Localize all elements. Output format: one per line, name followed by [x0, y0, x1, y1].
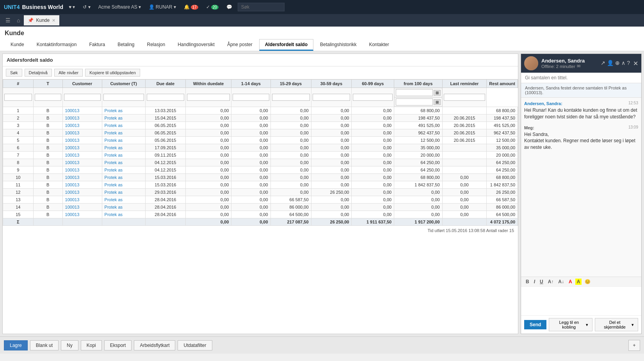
tab-aldersfordelt[interactable]: Aldersfordelt saldo — [259, 39, 313, 51]
cust-t-link[interactable]: Protek as — [105, 205, 123, 209]
filter-100[interactable] — [396, 89, 432, 96]
save-button[interactable]: Lagre — [4, 340, 28, 350]
cust-link[interactable]: 100013 — [65, 197, 80, 202]
filter-reminder[interactable] — [396, 98, 432, 105]
cust-link[interactable]: 100013 — [65, 168, 80, 172]
cust-t-link[interactable]: Protek as — [105, 190, 123, 195]
cust-link[interactable]: 100013 — [65, 212, 80, 217]
search-button[interactable]: Søk — [6, 69, 22, 77]
underline-btn[interactable]: U — [538, 279, 545, 285]
chat-nav-button[interactable]: 💬 — [224, 4, 235, 10]
filter-60-99[interactable] — [353, 94, 393, 101]
cust-t-link[interactable]: Protek as — [105, 108, 123, 113]
tab-kunde-page[interactable]: Kunde — [5, 39, 30, 51]
user-menu[interactable]: 👤 RUNAR ▾ — [146, 4, 178, 10]
utdatafilter-button[interactable]: Utdatafilter — [178, 340, 212, 350]
add-button[interactable]: + — [628, 340, 640, 351]
home-icon[interactable]: ⌂ — [14, 16, 22, 25]
font-size-down-btn[interactable]: A↓ — [557, 279, 566, 285]
filter-due[interactable] — [147, 94, 184, 101]
blank-ut-button[interactable]: Blank ut — [30, 340, 59, 350]
cust-t-link[interactable]: Protek as — [105, 130, 123, 135]
filter-30-59[interactable] — [313, 94, 350, 101]
all-levels-button[interactable]: Alle nivåer — [54, 69, 83, 77]
cust-link[interactable]: 100013 — [65, 108, 80, 113]
tab-kontakter[interactable]: Kontakter — [363, 39, 395, 51]
cust-t-link[interactable]: Protek as — [105, 153, 123, 157]
tab-relasjon[interactable]: Relasjon — [141, 39, 171, 51]
bold-btn[interactable]: B — [524, 279, 531, 285]
eksport-button[interactable]: Eksport — [104, 340, 132, 350]
chat-action-1[interactable]: ↗ — [601, 60, 605, 67]
tab-close-icon[interactable]: ✕ — [52, 18, 55, 23]
col-rest-amount: Rest amount — [487, 80, 518, 88]
tab-apneposter[interactable]: Åpne poster — [221, 39, 258, 51]
tab-betalingshistorikk[interactable]: Betalingshistorikk — [314, 39, 362, 51]
cust-t-link[interactable]: Protek as — [105, 123, 123, 128]
filter-custt[interactable] — [103, 94, 144, 101]
cust-t-link[interactable]: Protek as — [105, 138, 123, 143]
font-size-up-btn[interactable]: A↑ — [546, 279, 555, 285]
arbeidsflytkart-button[interactable]: Arbeidsflytkart — [134, 340, 175, 350]
cust-link[interactable]: 100013 — [65, 190, 80, 195]
tasks-button[interactable]: ✓ 20 — [204, 4, 221, 10]
company-selector[interactable]: Acme Software AS ▾ — [96, 4, 143, 10]
italic-btn[interactable]: I — [532, 279, 537, 285]
compose-input[interactable] — [521, 287, 641, 314]
cust-link[interactable]: 100013 — [65, 182, 80, 187]
cust-t-link[interactable]: Protek as — [105, 145, 123, 150]
chat-action-2[interactable]: 👤 — [607, 60, 614, 67]
copy-clipboard-button[interactable]: Kopiere til utklippstavlen — [85, 69, 140, 77]
emoji-btn[interactable]: 😊 — [583, 279, 592, 285]
ny-button[interactable]: Ny — [61, 340, 78, 350]
chat-help-btn[interactable]: ? — [627, 60, 630, 67]
filter-t[interactable] — [35, 94, 61, 101]
search-input[interactable] — [238, 3, 285, 11]
filter-100-btn[interactable]: ⊞ — [434, 90, 441, 96]
filter-cust[interactable] — [64, 94, 101, 101]
cust-link[interactable]: 100013 — [65, 138, 80, 143]
chat-action-3[interactable]: ⊕ — [615, 60, 620, 67]
cust-link[interactable]: 100013 — [65, 145, 80, 150]
menu-icon[interactable]: ☰ — [3, 16, 13, 25]
cust-t-link[interactable]: Protek as — [105, 116, 123, 120]
filter-rest[interactable] — [444, 94, 486, 101]
detail-level-button[interactable]: Detaljnivå — [25, 69, 52, 77]
filter-15-29[interactable] — [272, 94, 310, 101]
cust-link[interactable]: 100013 — [65, 123, 80, 128]
tab-faktura[interactable]: Faktura — [83, 39, 111, 51]
add-link-button[interactable]: Legg til en kobling ▾ — [549, 318, 592, 331]
cust-link[interactable]: 100013 — [65, 153, 80, 157]
email-icon[interactable]: ✉ — [577, 64, 580, 69]
tab-kontaktinfo[interactable]: Kontaktinformasjon — [31, 39, 83, 51]
cust-link[interactable]: 100013 — [65, 175, 80, 180]
cust-t-link[interactable]: Protek as — [105, 160, 123, 165]
tab-kunde[interactable]: 📌 Kunde ✕ — [24, 15, 59, 25]
chat-close-btn[interactable]: ✕ — [633, 60, 638, 67]
cust-link[interactable]: 100013 — [65, 205, 80, 209]
cust-t-link[interactable]: Protek as — [105, 212, 123, 217]
cust-t-link[interactable]: Protek as — [105, 175, 123, 180]
chat-title-input[interactable] — [521, 73, 641, 83]
chat-action-4[interactable]: ∧ — [621, 60, 625, 67]
favorites-button[interactable]: ♥ ▾ — [66, 4, 77, 10]
notifications-button[interactable]: 🔔 17 — [181, 4, 201, 10]
filter-reminder-btn[interactable]: ⊞ — [434, 99, 441, 105]
filter-within[interactable] — [187, 94, 230, 101]
cust-link[interactable]: 100013 — [65, 130, 80, 135]
cust-link[interactable]: 100013 — [65, 116, 80, 120]
filter-num[interactable] — [4, 94, 32, 101]
send-button[interactable]: Send — [524, 320, 546, 329]
kopi-button[interactable]: Kopi — [81, 340, 102, 350]
text-color-btn[interactable]: A — [567, 279, 574, 285]
tab-handlingsover[interactable]: Handlingsoversikt — [172, 39, 221, 51]
filter-1-14[interactable] — [233, 94, 269, 101]
highlight-btn[interactable]: A — [575, 279, 582, 285]
screenshot-button[interactable]: Del et skjermbilde ▾ — [595, 318, 638, 331]
history-button[interactable]: ↺ ▾ — [80, 4, 93, 10]
cust-t-link[interactable]: Protek as — [105, 182, 123, 187]
cust-link[interactable]: 100013 — [65, 160, 80, 165]
cust-t-link[interactable]: Protek as — [105, 168, 123, 172]
tab-betaling[interactable]: Betaling — [112, 39, 140, 51]
cust-t-link[interactable]: Protek as — [105, 197, 123, 202]
